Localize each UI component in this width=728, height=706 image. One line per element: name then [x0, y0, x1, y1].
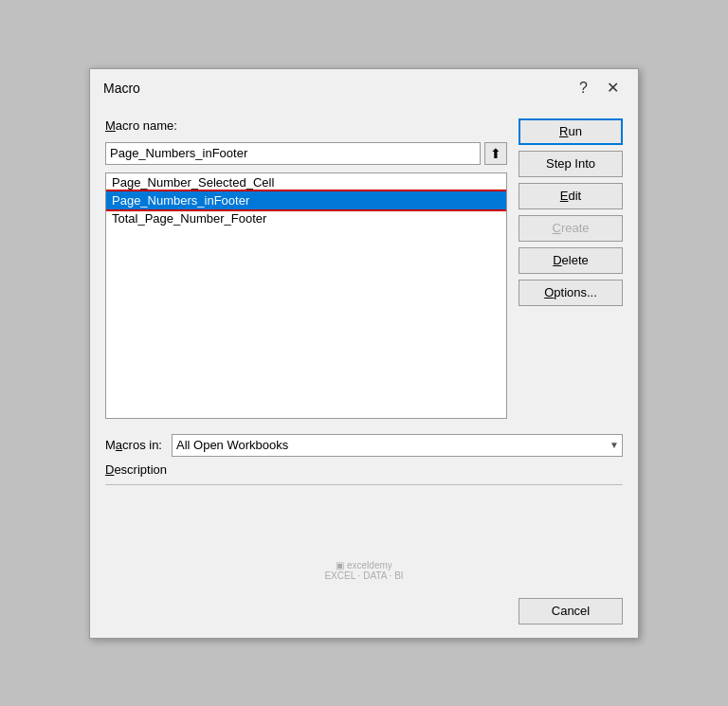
macros-in-select-wrapper: All Open Workbooks This Workbook ▼	[172, 434, 623, 457]
title-bar: Macro ? ✕	[90, 69, 638, 105]
watermark-text: exceldemy	[347, 560, 392, 570]
list-item[interactable]: Total_Page_Number_Footer	[106, 209, 506, 227]
cancel-button[interactable]: Cancel	[519, 598, 623, 625]
upload-button[interactable]: ⬆	[484, 142, 507, 165]
title-bar-controls: ? ✕	[573, 79, 625, 98]
options-button[interactable]: Options...	[519, 280, 623, 306]
watermark-subtext: EXCEL · DATA · BI	[324, 570, 403, 581]
help-button[interactable]: ?	[573, 79, 593, 98]
list-item[interactable]: Page_Number_Selected_Cell	[106, 173, 506, 191]
close-button[interactable]: ✕	[601, 79, 625, 98]
options-label: Options...	[544, 285, 597, 299]
run-button[interactable]: Run	[519, 118, 623, 145]
run-label: Run	[559, 124, 582, 138]
description-label: Description	[105, 462, 623, 477]
footer-row: Cancel	[90, 588, 638, 638]
dialog-body: Macro name: ⬆ Page_Number_Selected_Cell …	[90, 105, 638, 434]
left-panel: Macro name: ⬆ Page_Number_Selected_Cell …	[105, 118, 507, 419]
macros-in-select[interactable]: All Open Workbooks This Workbook	[172, 434, 623, 457]
macro-list[interactable]: Page_Number_Selected_Cell Page_Numbers_i…	[105, 172, 507, 419]
watermark: ▣ exceldemy EXCEL · DATA · BI	[90, 556, 638, 588]
dialog-title: Macro	[103, 81, 140, 96]
macro-name-input[interactable]	[105, 142, 481, 165]
step-into-button[interactable]: Step Into	[519, 151, 623, 177]
step-into-label: Step Into	[546, 156, 595, 171]
description-box	[105, 484, 623, 541]
list-item[interactable]: Page_Numbers_inFooter	[106, 191, 506, 209]
macros-in-label: Macros in:	[105, 438, 162, 452]
right-panel: Run Step Into Edit Create Delete Options…	[519, 118, 623, 419]
macro-name-row: ⬆	[105, 142, 507, 165]
create-label: Create	[552, 221, 589, 235]
delete-label: Delete	[553, 253, 589, 267]
macro-name-label: Macro name:	[105, 118, 507, 133]
edit-label: Edit	[560, 189, 581, 203]
delete-button[interactable]: Delete	[519, 247, 623, 274]
macros-in-row: Macros in: All Open Workbooks This Workb…	[105, 434, 623, 457]
bottom-section: Macros in: All Open Workbooks This Workb…	[90, 434, 638, 556]
create-button[interactable]: Create	[519, 215, 623, 242]
edit-button[interactable]: Edit	[519, 183, 623, 209]
watermark-icon: ▣	[336, 560, 344, 570]
macro-dialog: Macro ? ✕ Macro name: ⬆ Page_Number_Sele…	[89, 68, 639, 639]
